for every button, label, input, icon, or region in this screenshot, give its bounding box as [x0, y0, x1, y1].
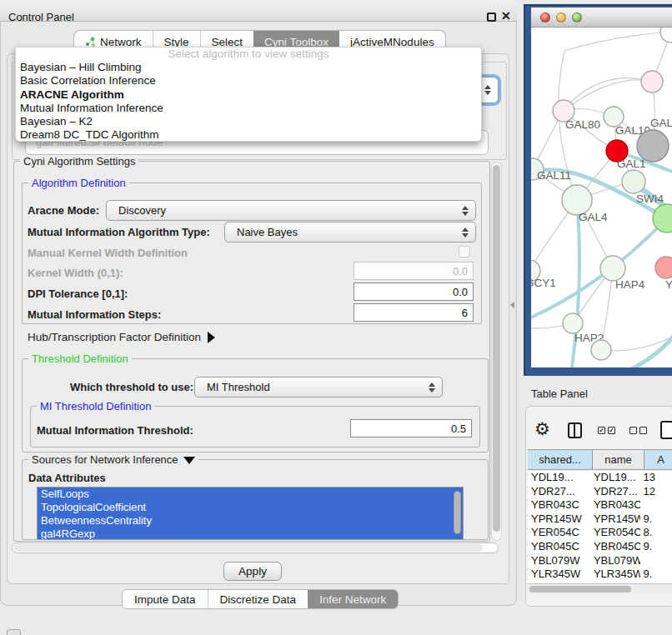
table-row[interactable]: YBR045CYBR045C9. [528, 540, 672, 554]
collapse-arrow-icon [183, 457, 195, 464]
mi-threshold-label: Mutual Information Threshold: [37, 424, 193, 437]
table-cell: YBR045C [590, 540, 640, 554]
algorithm-option[interactable]: Bayesian – Hill Climbing [16, 61, 481, 74]
table-cell: 8. [640, 526, 672, 540]
kernel-width-field[interactable] [354, 262, 474, 280]
splitpane-collapse-icon[interactable] [510, 302, 514, 308]
table-row[interactable]: YBR043CYBR043C [528, 498, 672, 512]
network-node[interactable] [591, 340, 611, 360]
minimized-panel-chip[interactable] [7, 629, 21, 635]
table-cell: YDR27... [590, 485, 640, 499]
hub-definition-toggle[interactable]: Hub/Transcription Factor Definition [28, 331, 215, 343]
attribute-item[interactable]: TopologicalCoefficient [38, 501, 463, 514]
tab-discretize-data[interactable]: Discretize Data [208, 590, 308, 609]
data-attributes-label: Data Attributes [28, 472, 106, 484]
minimize-traffic-icon[interactable] [556, 12, 566, 22]
aracne-mode-combobox[interactable]: Discovery [106, 200, 476, 221]
control-panel-titlebar [0, 0, 517, 22]
table-row[interactable]: YDL19...YDL19...13 [528, 471, 672, 485]
table-cell: 9. [640, 568, 672, 582]
table-row[interactable]: YER054CYER054C8. [528, 526, 672, 540]
algorithm-definition-title: Algorithm Definition [28, 177, 129, 189]
network-node-gal[interactable] [641, 71, 663, 92]
network-canvas[interactable]: GALGAL80GAL10GAL1GAL11SWI4GAL4GCY1HAP4YH… [531, 28, 672, 368]
mi-algorithm-type-combobox[interactable]: Naive Bayes [224, 222, 476, 242]
close-traffic-icon[interactable] [540, 12, 550, 22]
table-cell [640, 498, 672, 512]
mi-algorithm-type-label: Mutual Information Algorithm Type: [28, 226, 210, 238]
which-threshold-value: MI Threshold [207, 381, 270, 393]
columns-icon[interactable] [568, 422, 582, 438]
table-cell: YBR045C [528, 540, 590, 554]
table-row[interactable]: YBL079WYBL079W [528, 554, 672, 568]
float-window-icon[interactable] [487, 12, 496, 22]
dpi-tolerance-field[interactable] [354, 282, 474, 301]
table-header: shared...nameA [528, 449, 672, 470]
network-node-swi4[interactable] [622, 170, 645, 193]
which-threshold-label: Which threshold to use: [70, 381, 193, 393]
algorithm-option[interactable]: ARACNE Algorithm [16, 88, 481, 102]
network-node-hap4[interactable] [600, 256, 625, 281]
attribute-item[interactable]: BetweennessCentrality [38, 514, 463, 528]
manual-kernel-width-checkbox[interactable] [459, 246, 470, 258]
node-label: GAL80 [565, 118, 600, 131]
algorithm-option[interactable]: Bayesian – K2 [16, 115, 481, 128]
kernel-width-label: Kernel Width (0,1): [28, 267, 123, 279]
settings-horizontal-scrollbar[interactable] [12, 542, 499, 553]
select-all-checkboxes-icon[interactable]: ✓✓ [598, 427, 615, 434]
column-header[interactable]: shared... [528, 450, 593, 469]
algorithm-option[interactable]: Mutual Information Inference [16, 102, 481, 115]
close-icon[interactable]: ✕ [501, 9, 511, 22]
table-cell: YLR345W [528, 568, 590, 582]
attribute-item[interactable]: SelfLoops [38, 488, 463, 501]
node-label: GAL4 [579, 211, 608, 223]
mi-threshold-field[interactable] [350, 419, 472, 438]
table-cell: YPR145W [528, 512, 590, 527]
node-label: HAP4 [615, 278, 645, 291]
table-cell: YBL079W [590, 554, 640, 568]
table-row[interactable]: YDR27...YDR27...12 [528, 485, 672, 499]
node-label: SWI4 [636, 192, 664, 205]
table-cell: YER054C [528, 526, 590, 540]
column-header[interactable]: A [644, 450, 672, 469]
apply-button[interactable]: Apply [223, 562, 282, 581]
tab-impute-data[interactable]: Impute Data [123, 590, 208, 609]
node-label: GAL [650, 117, 672, 129]
aracne-mode-value: Discovery [118, 204, 166, 217]
combo-stepper-icon [460, 222, 470, 242]
deselect-all-checkboxes-icon[interactable] [629, 427, 647, 434]
algorithm-option[interactable]: Dream8 DC_TDC Algorithm [16, 128, 481, 142]
dropdown-prompt: Select algorithm to view settings [16, 48, 481, 61]
table-row[interactable]: YPR145WYPR145W9. [528, 512, 672, 527]
network-node-hap2[interactable] [563, 313, 583, 333]
column-header[interactable]: name [593, 450, 644, 469]
mi-steps-field[interactable] [354, 303, 474, 322]
bottom-tab-strip: Impute DataDiscretize DataInfer Network [122, 589, 399, 609]
settings-vertical-scrollbar[interactable] [491, 162, 502, 541]
table-cell: YBR043C [590, 498, 640, 512]
which-threshold-combobox[interactable]: MI Threshold [194, 377, 443, 398]
table-cell: YDR27... [528, 485, 590, 499]
table-cell: 12 [640, 485, 672, 499]
expand-arrow-icon [208, 332, 215, 343]
network-node-y[interactable] [655, 257, 672, 278]
network-edge [564, 80, 652, 111]
algorithm-option[interactable]: Basic Correlation Inference [16, 74, 481, 88]
combo-stepper-icon [427, 378, 437, 397]
tab-infer-network[interactable]: Infer Network [308, 590, 398, 609]
node-label: GCY1 [531, 277, 556, 289]
network-node[interactable] [660, 28, 672, 42]
attribute-item[interactable]: gal4RGexp [38, 528, 463, 540]
table-horizontal-scrollbar[interactable] [528, 583, 672, 593]
algorithm-list: Bayesian – Hill ClimbingBasic Correlatio… [16, 61, 481, 142]
export-table-icon[interactable] [660, 421, 672, 439]
gear-icon[interactable]: ⚙ [534, 419, 550, 439]
network-node[interactable] [637, 130, 669, 162]
network-edge [564, 32, 671, 51]
zoom-traffic-icon[interactable] [572, 12, 582, 22]
network-window-titlebar[interactable] [531, 8, 672, 28]
sources-title[interactable]: Sources for Network Inference [28, 453, 198, 466]
list-scrollbar[interactable] [454, 491, 461, 534]
table-row[interactable]: YLR345WYLR345W9. [528, 568, 672, 582]
data-attributes-list[interactable]: SelfLoopsTopologicalCoefficientBetweenne… [37, 487, 464, 540]
